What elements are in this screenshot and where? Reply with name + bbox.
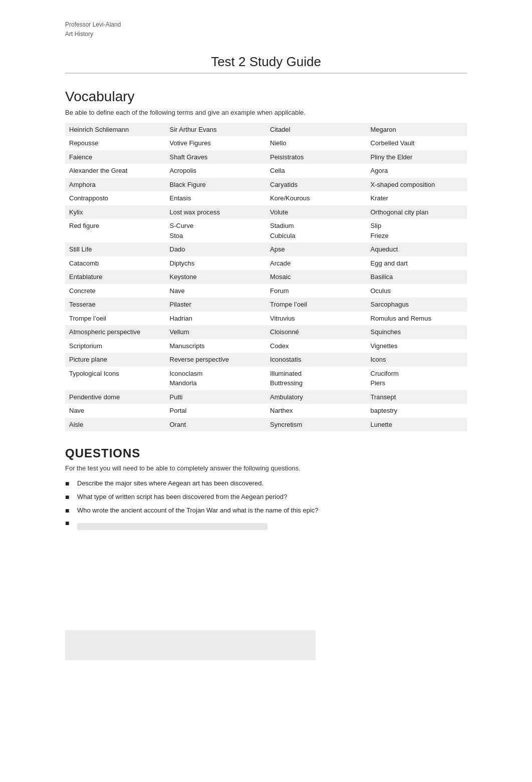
vocab-cell: Atmospheric perspective (65, 325, 166, 339)
vocab-cell: Aisle (65, 418, 166, 432)
vocab-cell: Alexander the Great (65, 164, 166, 178)
vocab-cell: Cella (266, 164, 367, 178)
vocab-cell: Reverse perspective (166, 353, 267, 367)
vocab-cell: Basilica (367, 270, 467, 284)
vocab-cell: Apse (266, 242, 367, 256)
vocab-cell: Dado (166, 242, 267, 256)
vocab-cell: IconoclasmMandorla (166, 367, 267, 390)
vocab-cell: Ambulatory (266, 390, 367, 404)
vocab-cell: Egg and dart (367, 256, 467, 271)
vocab-cell: S-CurveStoa (166, 219, 267, 242)
vocab-cell: Scriptorium (65, 339, 166, 353)
vocab-cell: Forum (266, 284, 367, 298)
vocab-cell: Typological Icons (65, 367, 166, 390)
header-line2: Art History (65, 30, 467, 39)
question-text: Who wrote the ancient account of the Tro… (77, 505, 467, 515)
vocab-cell: Contrapposto (65, 191, 166, 205)
vocab-cell: Mosaic (266, 270, 367, 284)
vocab-cell: Romulus and Remus (367, 312, 467, 326)
vocab-cell: Picture plane (65, 353, 166, 367)
vocab-cell: Red figure (65, 219, 166, 242)
vocab-cell: Orthogonal city plan (367, 205, 467, 219)
vocab-cell: Vellum (166, 325, 267, 339)
vocab-cell: Amphora (65, 178, 166, 192)
question-item: ■Describe the major sites where Aegean a… (65, 478, 467, 489)
vocab-cell: Repousse (65, 136, 166, 150)
vocab-cell: Agora (367, 164, 467, 178)
question-bullet: ■ (65, 492, 73, 502)
vocab-cell: Transept (367, 390, 467, 404)
question-bullet: ■ (65, 478, 73, 489)
vocab-cell: Niello (266, 136, 367, 150)
vocab-cell: Tesserae (65, 298, 166, 312)
questions-intro: For the test you will need to be able to… (65, 463, 467, 473)
vocab-cell: StadiumCubicula (266, 219, 367, 242)
questions-title: QUESTIONS (65, 446, 467, 460)
vocab-cell: Nave (166, 284, 267, 298)
vocab-cell: Hadrian (166, 312, 267, 326)
header-info: Professor Levi-Aland Art History (65, 20, 467, 39)
question-item: ■Who wrote the ancient account of the Tr… (65, 505, 467, 516)
vocab-cell: Vignettes (367, 339, 467, 353)
vocab-cell: Acropolis (166, 164, 267, 178)
vocab-cell: Corbelled Vault (367, 136, 467, 150)
question-text: What type of written script has been dis… (77, 492, 467, 502)
vocab-cell: Codex (266, 339, 367, 353)
vocab-cell: Portal (166, 404, 267, 418)
vocab-cell: Volute (266, 205, 367, 219)
vocabulary-section: Vocabulary Be able to define each of the… (65, 89, 467, 431)
vocab-cell: Votive Figures (166, 136, 267, 150)
vocab-cell: Putti (166, 390, 267, 404)
vocab-cell: Diptychs (166, 256, 267, 271)
question-text: Describe the major sites where Aegean ar… (77, 478, 467, 488)
vocab-cell: Catacomb (65, 256, 166, 271)
vocab-cell: Nave (65, 404, 166, 418)
vocab-cell: Caryatids (266, 178, 367, 192)
vocab-cell: Kore/Kourous (266, 191, 367, 205)
vocab-cell: SlipFrieze (367, 219, 467, 242)
vocab-cell: Cloisonné (266, 325, 367, 339)
vocab-cell: Trompe l’oeil (266, 298, 367, 312)
vocab-cell: Pilaster (166, 298, 267, 312)
vocabulary-table: Heinrich SchliemannSir Arthur EvansCitad… (65, 123, 467, 432)
vocab-cell: Peisistratos (266, 150, 367, 164)
vocab-cell: Entablature (65, 270, 166, 284)
vocabulary-intro: Be able to define each of the following … (65, 108, 467, 118)
vocab-cell: Lunette (367, 418, 467, 432)
vocab-cell: Heinrich Schliemann (65, 123, 166, 137)
header-line1: Professor Levi-Aland (65, 20, 467, 30)
vocab-cell: IlluminatedButtressing (266, 367, 367, 390)
question-item: ■What type of written script has been di… (65, 492, 467, 502)
vocab-cell: Still Life (65, 242, 166, 256)
vocab-cell: Citadel (266, 123, 367, 137)
vocabulary-title: Vocabulary (65, 89, 467, 105)
vocab-cell: Entasis (166, 191, 267, 205)
vocab-cell: Pliny the Elder (367, 150, 467, 164)
vocab-cell: Pendentive dome (65, 390, 166, 404)
vocab-cell: CruciformPiers (367, 367, 467, 390)
vocab-cell: Orant (166, 418, 267, 432)
vocab-cell: Syncretism (266, 418, 367, 432)
vocab-cell: Concrete (65, 284, 166, 298)
vocab-cell: Keystone (166, 270, 267, 284)
vocab-cell: Kylix (65, 205, 166, 219)
footer-blurred-content (65, 630, 316, 660)
vocab-cell: Sarcophagus (367, 298, 467, 312)
vocab-cell: Iconostatis (266, 353, 367, 367)
vocab-cell: Manuscripts (166, 339, 267, 353)
vocab-cell: Icons (367, 353, 467, 367)
vocab-cell: Black Figure (166, 178, 267, 192)
vocab-cell: Squinches (367, 325, 467, 339)
questions-list: ■Describe the major sites where Aegean a… (65, 478, 467, 516)
vocab-cell: Lost wax process (166, 205, 267, 219)
vocab-cell: Faience (65, 150, 166, 164)
vocab-cell: Narthex (266, 404, 367, 418)
vocab-cell: Vitruvius (266, 312, 367, 326)
empty-bullet-item: ■ (65, 519, 467, 530)
vocab-cell: Trompe l’oeil (65, 312, 166, 326)
questions-section: QUESTIONS For the test you will need to … (65, 446, 467, 530)
page-title: Test 2 Study Guide (65, 54, 467, 74)
question-bullet: ■ (65, 505, 73, 516)
vocab-cell: Sir Arthur Evans (166, 123, 267, 137)
vocab-cell: Aqueduct (367, 242, 467, 256)
